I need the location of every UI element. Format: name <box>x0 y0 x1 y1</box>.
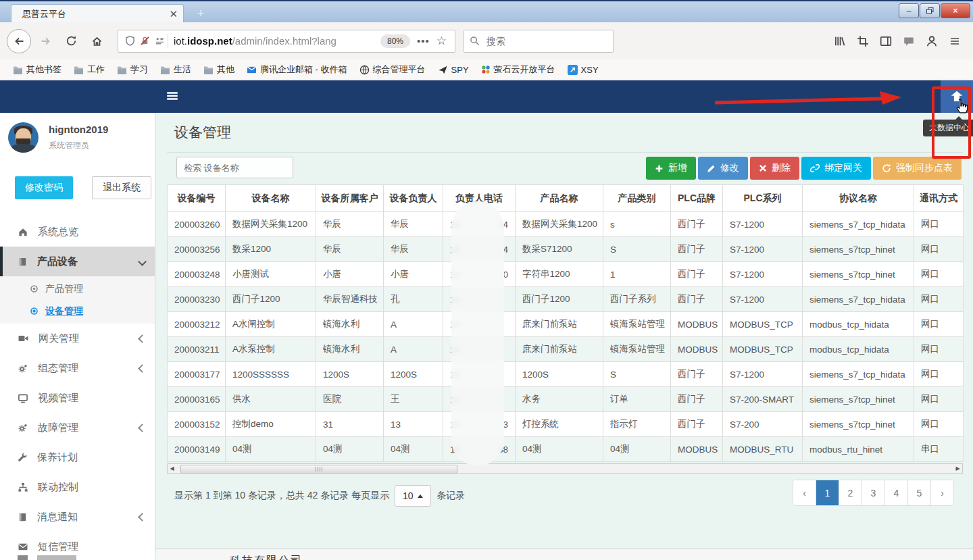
browser-tab[interactable]: 思普云平台 ✕ <box>11 4 184 24</box>
scroll-left-icon[interactable]: ◀ <box>168 465 176 472</box>
table-row[interactable]: 20000314904测04测04测153804测04测MODBUSMODBUS… <box>168 437 964 462</box>
table-row[interactable]: 200003260数据网关采集1200华辰华辰1804数据网关采集1200s西门… <box>168 212 964 237</box>
insecure-lock-icon[interactable] <box>140 36 150 46</box>
table-row[interactable]: 2000031771200SSSSSS1200S1200S151200SS西门子… <box>168 362 964 387</box>
column-header[interactable]: 设备编号 <box>168 185 226 212</box>
page-size-select[interactable]: 10 <box>395 485 431 507</box>
cell-id: 200003177 <box>168 362 226 387</box>
bookmark-item[interactable]: SPY <box>433 63 474 77</box>
sidebar-collapse-icon[interactable] <box>166 90 179 102</box>
account-icon[interactable] <box>926 35 938 47</box>
horizontal-scrollbar[interactable]: ◀ ▶ <box>167 463 963 474</box>
page-3[interactable]: 3 <box>862 480 885 505</box>
cell-product: 数据网关采集1200 <box>516 212 603 237</box>
prev-page[interactable]: ‹ <box>793 480 816 505</box>
sidebar-item-7[interactable]: 联动控制 <box>0 472 155 502</box>
forward-button[interactable] <box>34 30 57 53</box>
table-row[interactable]: 200003256数采1200华辰华辰184数采S71200S西门子S7-120… <box>168 237 964 262</box>
sidebar-item-3[interactable]: 组态管理 <box>0 353 155 383</box>
page-actions-icon[interactable]: ••• <box>417 35 430 47</box>
sidebar-item-6[interactable]: 保养计划 <box>0 442 155 472</box>
browser-search[interactable] <box>464 30 614 53</box>
bookmark-item[interactable]: 生活 <box>155 61 196 78</box>
table-row[interactable]: 200003211A水泵控制镇海水利A13庶来门前泵站镇海泵站管理MODBUSM… <box>168 337 964 362</box>
column-header[interactable]: 设备负责人 <box>384 185 443 212</box>
link-icon <box>810 163 820 173</box>
scrollbar-thumb[interactable] <box>180 465 457 474</box>
column-header[interactable]: 设备所属客户 <box>316 185 384 212</box>
library-icon[interactable] <box>833 35 846 47</box>
cell-owner: 小唐 <box>384 262 443 287</box>
column-header[interactable]: PLC系列 <box>723 185 803 212</box>
sidebar-toggle-icon[interactable] <box>880 35 892 47</box>
sidebar-item-0[interactable]: 系统总览 <box>0 217 155 247</box>
action-link-button[interactable]: 绑定网关 <box>801 157 871 180</box>
table-row[interactable]: 200003165供水医院王18水务订单西门子S7-200-SMARTsieme… <box>168 387 964 412</box>
permissions-icon[interactable] <box>155 36 165 46</box>
column-header[interactable]: 协议名称 <box>803 185 914 212</box>
column-header[interactable]: 产品类别 <box>603 185 671 212</box>
reload-button[interactable] <box>59 30 82 53</box>
action-pencil-button[interactable]: 修改 <box>698 157 748 180</box>
minimize-button[interactable]: – <box>899 3 919 18</box>
page-1[interactable]: 1 <box>816 480 839 505</box>
sidebar-item-clipped[interactable] <box>18 555 76 560</box>
bookmark-item[interactable]: 腾讯企业邮箱 - 收件箱 <box>242 61 352 78</box>
messages-icon[interactable] <box>903 35 915 47</box>
crop-tool-icon[interactable] <box>857 35 869 47</box>
sidebar-item-5[interactable]: 故障管理 <box>0 413 155 442</box>
close-button[interactable]: × <box>941 3 970 18</box>
change-password-button[interactable]: 修改密码 <box>15 176 73 199</box>
cell-comm: 网口 <box>914 387 964 412</box>
bookmark-item[interactable]: 萤石云开放平台 <box>476 61 560 78</box>
action-times-button[interactable]: 删除 <box>750 157 799 180</box>
bookmark-item[interactable]: 其他书签 <box>8 61 66 78</box>
browser-search-input[interactable] <box>485 35 589 47</box>
sidebar-subitem-0[interactable]: 产品管理 <box>0 278 155 300</box>
table-row[interactable]: 200003230西门子1200华辰智通科技孔15西门子1200西门子系列西门子… <box>168 287 964 312</box>
table-row[interactable]: 200003152控制demo3113153灯控系统指示灯西门子S7-200si… <box>168 412 964 437</box>
bookmark-item[interactable]: 综合管理平台 <box>355 61 430 78</box>
table-row[interactable]: 200003212A水闸控制镇海水利A13庶来门前泵站镇海泵站管理MODBUSM… <box>168 312 964 337</box>
page-5[interactable]: 5 <box>908 480 931 505</box>
url-bar[interactable]: iot.idosp.net/admin/index.html?lang 80% … <box>118 30 455 53</box>
sidebar-subitem-1[interactable]: 设备管理 <box>0 300 155 322</box>
column-header[interactable]: PLC品牌 <box>671 185 723 212</box>
device-search-input[interactable] <box>176 157 293 178</box>
menu-icon[interactable] <box>949 36 961 47</box>
tab-close-icon[interactable]: ✕ <box>169 8 178 20</box>
bookmark-item[interactable]: 其他 <box>199 61 239 78</box>
sidebar-item-2[interactable]: 网关管理 <box>0 324 155 353</box>
column-header[interactable]: 产品名称 <box>516 185 603 212</box>
logout-button[interactable]: 退出系统 <box>92 176 151 199</box>
bookmark-item[interactable]: 学习 <box>112 61 153 78</box>
home-button[interactable] <box>85 30 108 53</box>
zoom-badge[interactable]: 80% <box>380 34 410 48</box>
chevron-left-icon <box>138 334 147 343</box>
column-header[interactable]: 通讯方式 <box>914 185 964 212</box>
cell-name: 数采1200 <box>226 237 316 262</box>
page-2[interactable]: 2 <box>839 480 862 505</box>
page-4[interactable]: 4 <box>885 480 908 505</box>
action-plus-button[interactable]: 新增 <box>646 157 696 180</box>
column-header[interactable]: 设备名称 <box>226 185 316 212</box>
back-button[interactable] <box>7 29 31 53</box>
new-tab-button[interactable]: + <box>192 7 209 22</box>
action-refresh-button[interactable]: 强制同步点表 <box>873 157 962 180</box>
dot-circle-icon <box>30 284 39 293</box>
bookmark-star-icon[interactable]: ☆ <box>436 34 447 48</box>
restore-button[interactable] <box>920 3 940 18</box>
shield-icon[interactable] <box>125 36 135 46</box>
sidebar-item-4[interactable]: 视频管理 <box>0 383 155 413</box>
scroll-right-icon[interactable]: ▶ <box>953 465 962 472</box>
sidebar-item-8[interactable]: 消息通知 <box>0 502 155 532</box>
cell-category: 镇海泵站管理 <box>603 337 671 362</box>
bookmark-item[interactable]: 工作 <box>69 61 109 78</box>
cell-brand: 西门子 <box>671 362 723 387</box>
table-row[interactable]: 200003248小唐测试小唐小唐130字符串12001西门子S7-1200si… <box>168 262 964 287</box>
sidebar-item-1[interactable]: 产品设备 <box>0 247 155 276</box>
bookmark-item[interactable]: XSY <box>563 63 603 77</box>
next-page[interactable]: › <box>931 480 953 505</box>
gateway-icon <box>18 334 29 343</box>
cell-id: 200003260 <box>168 212 226 237</box>
